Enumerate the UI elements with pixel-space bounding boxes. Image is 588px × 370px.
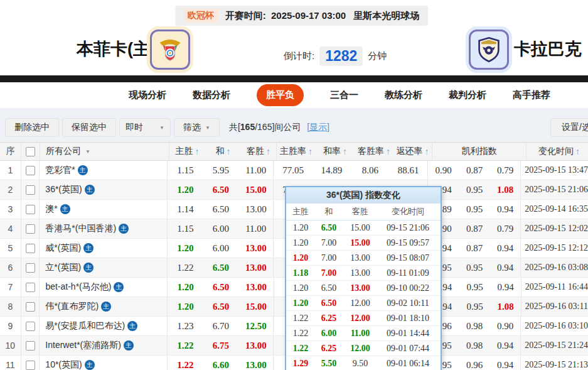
popup-odds-value: 7.00 (321, 238, 337, 248)
change-time-value: 2025-09-16 03:11 (525, 302, 588, 312)
chevron-down-icon: ▼ (85, 149, 90, 155)
home-page-badge-icon[interactable]: 主 (85, 185, 95, 195)
show-link[interactable]: [显示] (307, 122, 329, 132)
popup-odds-cell: 1.20 (286, 251, 315, 265)
odds-cell: 6.75 (203, 336, 238, 355)
change-time-cell: 2025-09-11 16:44 (521, 278, 588, 297)
company-cell: 伟*(直布罗陀)主 (40, 297, 168, 316)
odds-value: 5.95 (213, 165, 229, 176)
away-team-name: 卡拉巴克 (507, 38, 588, 60)
col-draw-rate[interactable]: 和率↑ (316, 143, 355, 160)
col-home-rate[interactable]: 主胜率↑ (277, 143, 316, 160)
row-checkbox[interactable] (26, 341, 35, 351)
popup-odds-value: 6.00 (321, 329, 337, 339)
row-checkbox[interactable] (26, 361, 35, 370)
popup-odds-cell: 13.00 (343, 281, 378, 295)
home-page-badge-icon[interactable]: 主 (119, 224, 129, 234)
popup-time-value: 09-10 00:22 (387, 283, 429, 293)
sort-asc-icon: ↑ (227, 146, 231, 156)
company-name[interactable]: 威*(英国) (45, 242, 81, 254)
row-checkbox[interactable] (26, 224, 35, 234)
kickoff-label: 开赛时间: (225, 10, 266, 21)
change-time-value: 2025-09-14 16:35 (525, 204, 588, 214)
col-company[interactable]: 所有公司 ▼ (40, 143, 169, 160)
row-seq: 2 (0, 180, 21, 199)
tab-three-in-one[interactable]: 三合一 (330, 89, 358, 101)
col-away-rate[interactable]: 客胜率↑ (355, 143, 393, 160)
kelly-cell: 0.98 (459, 317, 489, 335)
row-checkbox[interactable] (26, 205, 35, 214)
settings-button[interactable]: 设置/选 (550, 118, 588, 137)
col-draw-odds[interactable]: 和↑ (205, 143, 241, 160)
company-name[interactable]: Interwet*(塞浦路斯) (45, 340, 121, 351)
tab-live-analysis[interactable]: 现场分析 (129, 89, 166, 101)
odds-cell: 11.00 (238, 219, 274, 238)
row-checkbox[interactable] (26, 166, 35, 175)
company-name[interactable]: bet-at-h*(马尔他) (45, 281, 111, 293)
odds-value: 13.00 (245, 263, 267, 273)
col-return-rate[interactable]: 返还率↑ (393, 143, 432, 160)
kelly-value: 0.95 (466, 263, 483, 273)
delete-selected-button[interactable]: 删除选中 (5, 118, 59, 137)
row-seq: 1 (0, 161, 21, 180)
tab-win-draw-lose[interactable]: 胜平负 (257, 84, 304, 106)
popup-time-cell: 09-02 10:11 (378, 296, 438, 310)
sort-asc-icon: ↑ (195, 146, 200, 156)
company-name[interactable]: 10*(英国) (45, 359, 82, 370)
row-checkbox[interactable] (26, 244, 35, 253)
tab-expert-picks[interactable]: 高手推荐 (513, 89, 550, 101)
home-page-badge-icon[interactable]: 主 (114, 282, 124, 292)
col-away-odds[interactable]: 客胜↑ (241, 143, 277, 160)
live-dropdown[interactable]: 即时 ▼ (119, 118, 171, 137)
home-page-badge-icon[interactable]: 主 (127, 321, 137, 331)
popup-odds-value: 13.00 (350, 268, 370, 278)
home-page-badge-icon[interactable]: 主 (124, 340, 134, 351)
home-page-badge-icon[interactable]: 主 (85, 360, 95, 370)
tab-coach-analysis[interactable]: 教练分析 (385, 89, 422, 101)
popup-time-value: 09-01 14:44 (387, 329, 429, 339)
company-name[interactable]: 竞彩官* (45, 165, 75, 176)
odds-value: 15.00 (245, 302, 267, 312)
row-checkbox[interactable] (26, 322, 35, 331)
popup-odds-value: 12.00 (350, 344, 370, 354)
home-page-badge-icon[interactable]: 主 (101, 302, 111, 312)
kelly-cell: 0.90 (428, 161, 459, 180)
home-page-badge-icon[interactable]: 主 (83, 243, 94, 253)
col-change-time[interactable]: 变化时间↑ (527, 143, 588, 160)
filter-dropdown[interactable]: 筛选 ▼ (174, 118, 220, 137)
away-team-logo (469, 30, 509, 70)
change-time-cell: 2025-09-14 16:35 (521, 200, 588, 219)
keep-selected-button[interactable]: 保留选中 (62, 118, 116, 137)
popup-time-value: 09-11 01:09 (387, 268, 429, 278)
tab-data-analysis[interactable]: 数据分析 (193, 89, 230, 101)
rate-value: 8.06 (362, 165, 378, 176)
row-checkbox[interactable] (26, 263, 35, 273)
home-page-badge-icon[interactable]: 主 (83, 263, 94, 273)
company-name[interactable]: 伟*(直布罗陀) (45, 301, 99, 312)
tab-referee-analysis[interactable]: 裁判分析 (449, 89, 486, 101)
home-page-badge-icon[interactable]: 主 (60, 204, 70, 214)
kelly-cell: 0.94 (490, 239, 521, 258)
popup-time-value: 09-02 10:11 (387, 298, 429, 308)
row-checkbox[interactable] (26, 283, 35, 292)
company-name[interactable]: 立*(英国) (45, 262, 81, 273)
countdown: 倒计时: 1282 分钟 (284, 46, 387, 66)
company-cell: 澳*主 (40, 200, 168, 219)
company-name[interactable]: 澳* (45, 204, 57, 215)
company-cell: Interwet*(塞浦路斯)主 (40, 336, 168, 355)
company-name[interactable]: 36*(英国) (45, 184, 82, 195)
change-time-cell: 2025-09-16 03:10 (521, 317, 588, 335)
row-checkbox[interactable] (26, 185, 35, 195)
select-all-checkbox[interactable] (26, 147, 35, 156)
popup-odds-cell: 5.50 (315, 356, 343, 370)
popup-odds-cell: 1.20 (286, 281, 315, 295)
company-name[interactable]: 香港马*(中国香港) (45, 223, 116, 234)
kelly-value: 0.98 (466, 321, 483, 332)
row-checkbox[interactable] (26, 302, 35, 312)
col-home-odds[interactable]: 主胜↑ (169, 143, 205, 160)
popup-odds-cell: 1.29 (286, 356, 315, 370)
odds-cell: 13.00 (238, 336, 274, 355)
home-page-badge-icon[interactable]: 主 (78, 165, 88, 175)
change-time-value: 2025-09-16 03:08 (525, 263, 588, 273)
company-name[interactable]: 易*(安提瓜和巴布达) (45, 320, 125, 332)
